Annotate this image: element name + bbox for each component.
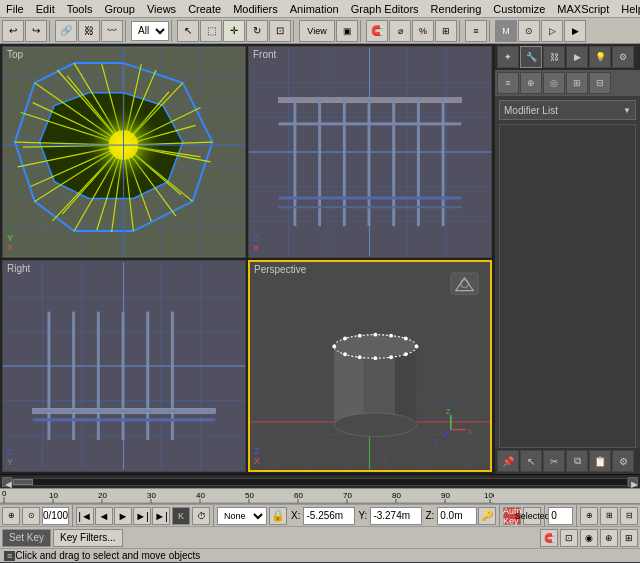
set-key-btn[interactable]: Set Key (2, 529, 51, 547)
rp-tab-modify[interactable]: 🔧 (520, 46, 542, 68)
mini-btn-r2[interactable]: ⊕ (600, 529, 618, 547)
angle-snap-button[interactable]: ⌀ (389, 20, 411, 42)
menu-edit[interactable]: Edit (30, 3, 61, 15)
add-keys-btn[interactable]: ⊕ (2, 507, 20, 525)
menu-modifiers[interactable]: Modifiers (227, 3, 284, 15)
menu-views[interactable]: Views (141, 3, 182, 15)
named-select-button[interactable]: ≡ (465, 20, 487, 42)
rp-tool-select[interactable]: ↖ (520, 450, 542, 472)
svg-point-119 (358, 334, 362, 338)
unlink-button[interactable]: ⛓ (78, 20, 100, 42)
lock-xyz-btn[interactable]: 🔑 (478, 507, 496, 525)
play-btn[interactable]: ► (114, 507, 132, 525)
coords-display: X: Y: Z: 🔑 (289, 507, 496, 525)
rp-icon-5[interactable]: ⊟ (589, 72, 611, 94)
reference-coord-select[interactable]: View (299, 20, 335, 42)
time-config-btn[interactable]: ⏱ (192, 507, 210, 525)
time-ruler[interactable]: 0 10 20 30 40 50 60 70 80 90 1 (0, 488, 640, 504)
scroll-left-btn[interactable]: ◄ (2, 477, 12, 487)
rp-tool-copy[interactable]: ⧉ (566, 450, 588, 472)
spinner-snap-button[interactable]: ⊞ (435, 20, 457, 42)
key-mode-btn[interactable]: ⊙ (22, 507, 40, 525)
viewport-perspective[interactable]: Perspective (248, 260, 492, 472)
redo-button[interactable]: ↪ (25, 20, 47, 42)
svg-point-120 (373, 333, 377, 337)
rp-icon-2[interactable]: ⊕ (520, 72, 542, 94)
select-object-button[interactable]: ↖ (177, 20, 199, 42)
mini-btn3[interactable]: ⊟ (620, 507, 638, 525)
lock-btn[interactable]: 🔒 (269, 507, 287, 525)
key-btn[interactable]: K (172, 507, 190, 525)
svg-rect-112 (395, 346, 417, 424)
render-last-button[interactable]: ▶ (564, 20, 586, 42)
render-scene-button[interactable]: ⊙ (518, 20, 540, 42)
x-input[interactable] (303, 507, 355, 525)
percent-snap-button[interactable]: % (412, 20, 434, 42)
pivot-button[interactable]: ▣ (336, 20, 358, 42)
ruler-inner: 0 10 20 30 40 50 60 70 80 90 1 (0, 489, 640, 503)
menu-maxscript[interactable]: MAXScript (551, 3, 615, 15)
timeline-thumb[interactable] (13, 479, 33, 485)
menu-rendering[interactable]: Rendering (425, 3, 488, 15)
snap-icon-btn[interactable]: 🧲 (540, 529, 558, 547)
selection-filter-select[interactable]: All (131, 21, 169, 41)
viewport-front[interactable]: Front (248, 46, 492, 258)
move-button[interactable]: ✛ (223, 20, 245, 42)
mini-btn-r3[interactable]: ⊞ (620, 529, 638, 547)
select-region-button[interactable]: ⬚ (200, 20, 222, 42)
rp-tool-pin[interactable]: 📌 (497, 450, 519, 472)
menu-graph-editors[interactable]: Graph Editors (345, 3, 425, 15)
rp-tab-display[interactable]: 💡 (589, 46, 611, 68)
bottom-bar2: Set Key Key Filters... 🧲 ⊡ ◉ ⊕ ⊞ (0, 526, 640, 548)
selected-btn[interactable]: Selected (523, 507, 541, 525)
rp-tool-cut[interactable]: ✂ (543, 450, 565, 472)
menu-create[interactable]: Create (182, 3, 227, 15)
rp-tool-paste[interactable]: 📋 (589, 450, 611, 472)
key-filters-btn[interactable]: Key Filters... (53, 529, 123, 547)
goto-end-btn[interactable]: ►| (152, 507, 170, 525)
next-frame-btn[interactable]: ►| (133, 507, 151, 525)
modifier-list-dropdown[interactable]: Modifier List (499, 100, 636, 120)
rp-icon-3[interactable]: ◎ (543, 72, 565, 94)
quick-render-button[interactable]: ▷ (541, 20, 563, 42)
z-input[interactable] (437, 507, 477, 525)
mini-btn-r1[interactable]: ◉ (580, 529, 598, 547)
rp-tab-motion[interactable]: ▶ (566, 46, 588, 68)
filter-select[interactable]: None Se (217, 507, 267, 525)
goto-start-btn[interactable]: |◄ (76, 507, 94, 525)
rp-tab-create[interactable]: ✦ (497, 46, 519, 68)
timeline-scrollbar[interactable] (12, 478, 628, 486)
rotate-button[interactable]: ↻ (246, 20, 268, 42)
prev-frame-btn[interactable]: ◄ (95, 507, 113, 525)
menu-animation[interactable]: Animation (284, 3, 345, 15)
bind-space-warp-button[interactable]: 〰 (101, 20, 123, 42)
menu-file[interactable]: File (0, 3, 30, 15)
undo-button[interactable]: ↩ (2, 20, 24, 42)
mini-btn1[interactable]: ⊕ (580, 507, 598, 525)
scale-button[interactable]: ⊡ (269, 20, 291, 42)
rp-icon-1[interactable]: ≡ (497, 72, 519, 94)
prompt-icon: ≡ (4, 551, 15, 561)
y-input[interactable] (370, 507, 422, 525)
viewport-top[interactable]: Top (2, 46, 246, 258)
vp-front-canvas (249, 47, 491, 257)
frame-display[interactable]: 0 / 100 (42, 507, 69, 525)
svg-text:10: 10 (49, 491, 58, 500)
menu-tools[interactable]: Tools (61, 3, 99, 15)
svg-rect-93 (33, 408, 216, 413)
rp-tab-utilities[interactable]: ⚙ (612, 46, 634, 68)
mini-btn2[interactable]: ⊞ (600, 507, 618, 525)
scroll-right-btn[interactable]: ► (628, 477, 638, 487)
menu-group[interactable]: Group (98, 3, 141, 15)
material-editor-button[interactable]: M (495, 20, 517, 42)
rp-tool-config[interactable]: ⚙ (612, 450, 634, 472)
menu-help[interactable]: Help (615, 3, 640, 15)
select-link-button[interactable]: 🔗 (55, 20, 77, 42)
viewport-cfg-btn[interactable]: ⊡ (560, 529, 578, 547)
rp-icon-4[interactable]: ⊞ (566, 72, 588, 94)
snap-toggle-button[interactable]: 🧲 (366, 20, 388, 42)
frame-input[interactable] (548, 507, 573, 525)
menu-customize[interactable]: Customize (487, 3, 551, 15)
viewport-right[interactable]: Right (2, 260, 246, 472)
rp-tab-hierarchy[interactable]: ⛓ (543, 46, 565, 68)
